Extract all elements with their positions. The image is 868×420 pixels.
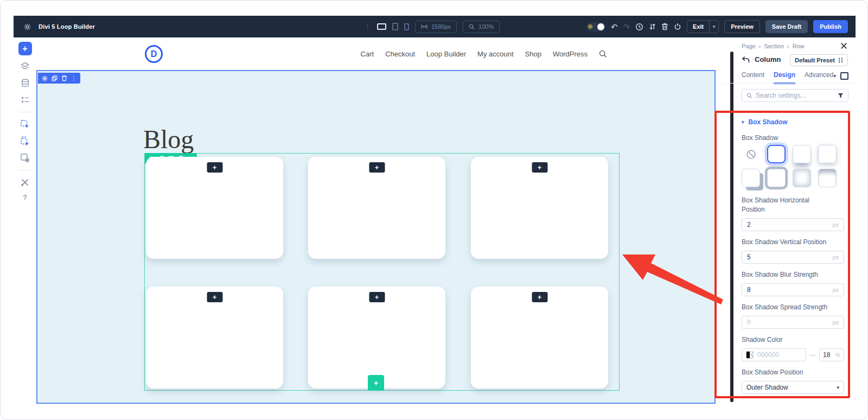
- box-shadow-fields: Box Shadow Horizontal Position 2 px Box …: [742, 196, 844, 400]
- blog-heading[interactable]: Blog: [143, 124, 194, 154]
- viewport-width-input[interactable]: 1580px: [415, 21, 457, 33]
- vertical-position-unit: px: [832, 254, 839, 260]
- loop-card[interactable]: +: [308, 287, 445, 389]
- undo-icon[interactable]: ↶: [611, 23, 618, 31]
- builder-sidebar: + ?: [14, 37, 36, 405]
- redo-icon: ↷: [623, 23, 630, 31]
- vertical-position-input[interactable]: 5 px: [742, 251, 844, 264]
- spread-strength-value: 0: [747, 319, 832, 326]
- shadow-preset-none[interactable]: [742, 145, 760, 163]
- trash-icon[interactable]: [661, 23, 668, 30]
- section-trash-icon[interactable]: [61, 75, 67, 81]
- breadcrumb-page[interactable]: Page: [742, 43, 756, 49]
- nav-link-loop-builder[interactable]: Loop Builder: [426, 50, 466, 58]
- builder-settings-gear-icon[interactable]: [21, 21, 33, 33]
- field-spread-strength: Box Shadow Spread Strength 0 px: [742, 303, 844, 329]
- exit-caret-icon[interactable]: ▾: [709, 21, 718, 33]
- shadow-color-control: 000000 — 18 %: [742, 348, 844, 361]
- exit-button[interactable]: Exit ▾: [687, 20, 719, 33]
- filter-funnel-icon[interactable]: [838, 93, 844, 99]
- preview-label: Preview: [731, 23, 754, 30]
- loop-card[interactable]: +: [308, 157, 445, 259]
- tablet-view-icon[interactable]: [392, 23, 398, 30]
- sort-arrows-icon[interactable]: [649, 23, 656, 30]
- breadcrumb-row[interactable]: Row: [793, 43, 805, 49]
- module-settings-icon[interactable]: [19, 152, 31, 164]
- select-element-icon[interactable]: [19, 118, 31, 130]
- tab-extras: ▾: [833, 72, 848, 80]
- spread-strength-input[interactable]: 0 px: [742, 316, 844, 329]
- blur-strength-input[interactable]: 8 px: [742, 283, 844, 296]
- close-panel-icon[interactable]: [840, 42, 848, 50]
- card-add-module-button[interactable]: +: [207, 162, 222, 173]
- vertical-position-label: Box Shadow Vertical Position: [742, 238, 828, 247]
- shadow-preset-soft[interactable]: [818, 145, 837, 163]
- loop-card[interactable]: +: [471, 157, 608, 259]
- horizontal-position-input[interactable]: 2 px: [742, 218, 844, 231]
- database-icon[interactable]: [19, 77, 31, 89]
- tab-advanced[interactable]: Advanced: [805, 71, 833, 84]
- site-logo-letter: D: [151, 49, 157, 59]
- color-swatch[interactable]: [746, 351, 754, 359]
- box-shadow-group-header[interactable]: ▾ Box Shadow: [742, 118, 788, 126]
- power-icon[interactable]: [674, 23, 681, 30]
- nav-link-wordpress[interactable]: WordPress: [553, 50, 588, 58]
- shadow-preset-offset[interactable]: [742, 169, 760, 187]
- shadow-preset-selected[interactable]: [767, 145, 786, 163]
- horizontal-position-value: 2: [747, 221, 832, 228]
- list-settings-icon[interactable]: [19, 94, 31, 106]
- preview-button[interactable]: Preview: [724, 20, 760, 33]
- tab-design[interactable]: Design: [774, 71, 795, 84]
- nav-link-cart[interactable]: Cart: [361, 50, 374, 58]
- nav-link-checkout[interactable]: Checkout: [385, 50, 415, 58]
- section-settings-gear-icon[interactable]: [42, 75, 48, 81]
- app-frame: Divi 5 Loop Builder ⋮ 1580px 100% ↶ ↷: [0, 0, 868, 420]
- shadow-preset-spread[interactable]: [767, 169, 786, 187]
- help-icon[interactable]: ?: [23, 193, 27, 201]
- card-add-module-button[interactable]: +: [532, 162, 547, 173]
- shadow-preset-inner-top[interactable]: [818, 169, 837, 187]
- settings-search-input[interactable]: [756, 92, 834, 99]
- panel-scrollbar[interactable]: [730, 52, 733, 402]
- loop-card[interactable]: +: [471, 287, 608, 389]
- tools-wrench-icon[interactable]: [19, 176, 31, 188]
- add-module-button[interactable]: +: [18, 42, 32, 55]
- publish-button[interactable]: Publish: [813, 20, 848, 33]
- builder-mode-toggle[interactable]: [586, 22, 605, 31]
- search-icon: [746, 93, 752, 99]
- view-options-handle-icon[interactable]: ⋮: [364, 23, 371, 31]
- back-arrow-icon[interactable]: [742, 56, 750, 63]
- desktop-view-icon[interactable]: [377, 23, 386, 30]
- responsive-desktop-icon[interactable]: [840, 72, 848, 80]
- card-add-module-button[interactable]: +: [369, 162, 385, 173]
- card-add-module-button[interactable]: +: [369, 292, 385, 302]
- tab-content[interactable]: Content: [742, 71, 764, 84]
- builder-title: Divi 5 Loop Builder: [39, 23, 95, 30]
- section-duplicate-icon[interactable]: [52, 75, 58, 81]
- loop-card[interactable]: +: [146, 157, 283, 259]
- section-menu-dots-icon[interactable]: ⋮: [71, 75, 76, 81]
- shadow-position-dropdown[interactable]: Outer Shadow ▾: [742, 381, 844, 394]
- shadow-preset-bottom[interactable]: [793, 145, 811, 163]
- card-add-module-button[interactable]: +: [207, 292, 222, 302]
- nav-link-shop[interactable]: Shop: [525, 50, 541, 58]
- history-clock-icon[interactable]: [635, 23, 643, 31]
- breadcrumb-section[interactable]: Section: [764, 43, 784, 49]
- default-preset-button[interactable]: Default Preset: [790, 54, 848, 66]
- site-logo[interactable]: D: [145, 45, 163, 63]
- shadow-color-input[interactable]: 000000: [742, 348, 806, 361]
- phone-view-icon[interactable]: [404, 23, 409, 30]
- card-add-module-button[interactable]: +: [532, 292, 547, 302]
- layers-icon[interactable]: [19, 60, 31, 72]
- tabs-caret-icon[interactable]: ▾: [833, 73, 836, 79]
- loop-card[interactable]: +: [146, 287, 283, 389]
- shadow-preset-inner-glow[interactable]: [793, 169, 811, 187]
- add-row-button[interactable]: +: [368, 375, 384, 391]
- save-draft-button[interactable]: Save Draft: [765, 20, 808, 33]
- shadow-opacity-input[interactable]: 18 %: [819, 348, 844, 361]
- shadow-opacity-unit: %: [835, 352, 840, 358]
- nav-link-my-account[interactable]: My account: [477, 50, 513, 58]
- zoom-level-input[interactable]: 100%: [463, 21, 500, 33]
- select-multiple-icon[interactable]: [19, 135, 31, 147]
- nav-search-icon[interactable]: [599, 50, 607, 58]
